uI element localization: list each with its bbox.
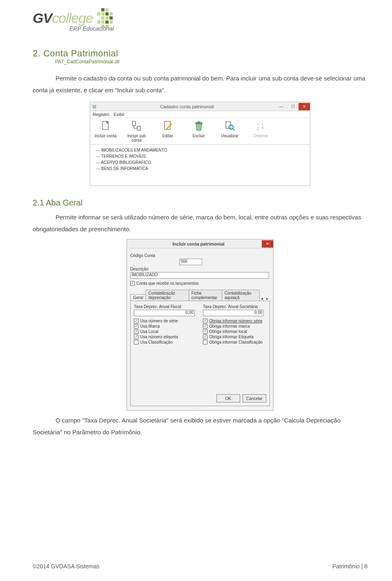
svg-rect-2 — [137, 126, 140, 130]
logo-primary: GV — [33, 10, 52, 26]
document-new-icon — [100, 121, 111, 132]
menu-registro[interactable]: Registro — [93, 112, 109, 117]
tab-scroll-right-icon[interactable]: ▸ — [265, 296, 270, 301]
footer-copyright: 2014 GVDASA Sistemas — [33, 563, 100, 570]
toolbar-visualizar[interactable]: Visualizar — [214, 118, 245, 144]
checkbox-usa-marca[interactable]: ✓Usa Marca — [134, 324, 197, 328]
window-cadastro-conta: ▦ Cadastro conta patrimonial — ☐ ✕ Regis… — [90, 102, 310, 186]
window-titlebar: ▦ Cadastro conta patrimonial — ☐ ✕ — [90, 102, 310, 111]
checkbox-obriga-marca[interactable]: ✓Obriga informar marca — [203, 324, 266, 328]
sort-az-icon: AZ — [255, 121, 267, 132]
page-footer: 2014 GVDASA Sistemas Patrimônio | 8 — [0, 563, 392, 570]
checkbox-obriga-etiqueta[interactable]: ✓Obriga informar Etiqueta — [203, 335, 266, 339]
window-menu-bar: Registro Exibir — [90, 111, 310, 118]
checkbox-usa-local[interactable]: ✓Usa Local — [134, 329, 197, 334]
taxa-fiscal-label: Taxa Deprec. Anual Fiscal — [134, 304, 197, 309]
checkbox-obriga-local[interactable]: ✓Obriga informar local — [203, 329, 266, 334]
window-app-icon: ▦ — [90, 104, 98, 109]
checkbox-recebe-lancamentos[interactable]: ✓ Conta que recebe os lançamentos — [130, 281, 270, 286]
codigo-conta-label: Código Conta — [130, 253, 270, 258]
window-close-button[interactable]: ✕ — [298, 103, 310, 110]
checkbox-obriga-classificacao[interactable]: Obriga informar Classificação — [203, 340, 266, 344]
checkbox-usa-numero-serie[interactable]: ✓Usa número de série — [134, 319, 197, 323]
tab-geral-panel: Taxa Deprec. Anual Fiscal 0,00 ✓Usa núme… — [130, 301, 270, 406]
magnifier-document-icon — [224, 121, 236, 132]
section-2-1-paragraph: Permite informar se será utilizado númer… — [33, 212, 368, 235]
menu-exibir[interactable]: Exibir — [114, 112, 125, 117]
descricao-field[interactable]: IMOBILIZADO — [130, 272, 269, 279]
svg-text:A: A — [257, 122, 259, 126]
logo-pixel-icon — [97, 8, 113, 28]
ok-button[interactable]: OK — [216, 394, 240, 402]
dialog-title: Incluir conta patrimonial — [135, 241, 262, 246]
toolbar-incluir-sub-conta[interactable]: Incluir sub conta — [121, 118, 152, 144]
dialog-close-button[interactable]: ✕ — [262, 240, 273, 248]
taxa-fiscal-field[interactable]: 0,00 — [134, 310, 195, 316]
tab-contab-aquisicao[interactable]: Contabilização aquisiçã — [222, 290, 260, 301]
logo-secondary: college — [52, 10, 93, 26]
section-2-dll: PAT_CadContaPatrimonial.dll — [55, 59, 368, 65]
dialog-tabs: Geral Contabilização depreciação Ficha c… — [130, 290, 270, 301]
taxa-societaria-label: Taxa Deprec. Anual Societária — [203, 304, 266, 309]
section-2-heading: 2. Conta Patrimonial — [33, 48, 368, 59]
svg-line-8 — [233, 129, 234, 130]
window-maximize-button[interactable]: ☐ — [287, 103, 298, 110]
window-minimize-button[interactable]: — — [276, 103, 287, 110]
dialog-titlebar: Incluir conta patrimonial ✕ — [127, 239, 273, 248]
section-2-paragraph: Permite o cadastro da conta ou sub conta… — [33, 73, 368, 96]
checkbox-icon: ✓ — [130, 281, 135, 286]
codigo-conta-field[interactable]: 566 — [179, 259, 202, 265]
window-toolbar: Incluir conta Incluir sub conta Editar E… — [90, 118, 310, 145]
toolbar-incluir-conta[interactable]: Incluir conta — [90, 118, 121, 144]
tree-item[interactable]: BENS DE INFORMATICA — [96, 165, 306, 172]
checkbox-obriga-numero-serie[interactable]: ✓Obriga informar número série — [203, 319, 266, 323]
tree-item[interactable]: TERRENOS E IMOVEIS — [96, 153, 306, 159]
svg-text:Z: Z — [257, 126, 259, 130]
taxa-societaria-field[interactable]: 0,00 — [203, 310, 264, 316]
section-2-1-heading: 2.1 Aba Geral — [33, 198, 368, 208]
checkbox-label: Conta que recebe os lançamentos — [136, 281, 198, 286]
logo-subtitle: ERP Educacional — [69, 25, 114, 32]
window-title: Cadastro conta patrimonial — [98, 104, 276, 109]
tab-geral[interactable]: Geral — [130, 294, 146, 301]
footer-page-info: Patrimônio | 8 — [332, 563, 368, 570]
dialog-incluir-conta: Incluir conta patrimonial ✕ Código Conta… — [127, 239, 274, 411]
trailing-paragraph: O campo "Taxa Deprec. Anual Societária" … — [33, 415, 368, 438]
checkbox-usa-classificacao[interactable]: Usa Classificação — [134, 340, 197, 344]
svg-rect-5 — [198, 122, 200, 123]
trash-icon — [193, 121, 205, 132]
toolbar-editar[interactable]: Editar — [152, 118, 183, 144]
tree-item[interactable]: IMOBILIZACOES EM ANDAMENTO — [96, 147, 306, 153]
tree-item[interactable]: ACERVO BIBLIOGRAFICO — [96, 159, 306, 165]
edit-document-icon — [162, 121, 174, 132]
document-tree-icon — [131, 121, 143, 132]
accounts-tree[interactable]: IMOBILIZACOES EM ANDAMENTO TERRENOS E IM… — [90, 145, 310, 185]
tab-ficha-complementar[interactable]: Ficha complementar — [189, 290, 222, 301]
tab-contab-deprec[interactable]: Contabilização depreciação — [145, 290, 189, 301]
svg-rect-1 — [132, 121, 136, 125]
descricao-label: Descrição — [130, 267, 270, 271]
cancel-button[interactable]: Cancelar — [243, 394, 266, 402]
tab-scroll-left-icon[interactable]: ◂ — [259, 296, 265, 301]
brand-logo: GVcollege ERP Educacional — [33, 8, 368, 32]
checkbox-usa-etiqueta[interactable]: ✓Usa número etiqueta — [134, 335, 197, 339]
toolbar-excluir[interactable]: Excluir — [183, 118, 214, 144]
toolbar-ordenar: AZ Ordenar — [245, 118, 276, 144]
